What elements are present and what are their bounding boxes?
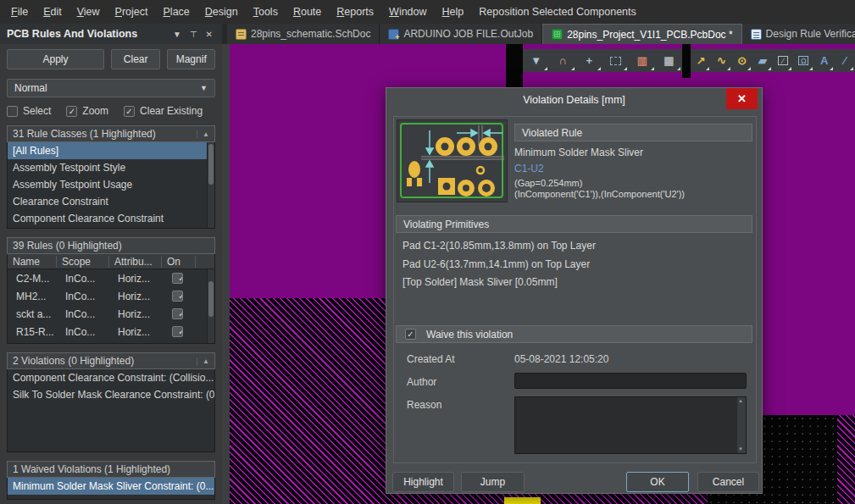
violation-item[interactable]: Silk To Solder Mask Clearance Constraint… bbox=[8, 386, 214, 403]
board-cutout-region-2[interactable] bbox=[682, 44, 691, 78]
menu-tools[interactable]: Tools bbox=[246, 0, 286, 24]
checkbox-select[interactable]: Select bbox=[7, 105, 51, 117]
selection-rect-icon[interactable] bbox=[602, 49, 629, 72]
menu-view[interactable]: View bbox=[69, 0, 108, 24]
reason-scrollbar[interactable]: ▲ ▼ bbox=[737, 397, 746, 453]
menu-place[interactable]: Place bbox=[156, 0, 197, 24]
jump-button[interactable]: Jump bbox=[461, 472, 525, 492]
board-stackup-icon[interactable]: ▥ bbox=[629, 49, 655, 72]
active-bar-group-2: ↗∿⊙▰∕ΩA∕ bbox=[691, 49, 855, 72]
cancel-button[interactable]: Cancel bbox=[697, 472, 759, 492]
highlight-button[interactable]: Highlight bbox=[392, 472, 454, 492]
table-row-sckt-a[interactable]: sckt a...InCo...Horiz... bbox=[8, 305, 214, 323]
panel-close-icon[interactable]: ✕ bbox=[202, 30, 217, 39]
footprint-icon[interactable]: Ω bbox=[793, 49, 813, 72]
rule-classes-scrollbar[interactable] bbox=[207, 142, 214, 228]
violation-item[interactable]: Component Clearance Constraint: (Collisi… bbox=[8, 369, 214, 386]
checkbox-clear-existing[interactable]: Clear Existing bbox=[124, 105, 203, 117]
magnify-button[interactable]: Magnif bbox=[167, 49, 215, 69]
filter-icon[interactable]: ▼ bbox=[523, 49, 549, 72]
interactive-routing-icon[interactable]: ↗ bbox=[691, 49, 711, 72]
waived-violation-item[interactable]: Minimum Solder Mask Sliver Constraint: (… bbox=[8, 478, 214, 495]
slice-icon[interactable]: ∕ bbox=[773, 49, 793, 72]
clear-button[interactable]: Clear bbox=[111, 49, 160, 69]
slice-icon-glyph: ∕ bbox=[778, 56, 788, 65]
table-row-mh2[interactable]: MH2...InCo...Horiz... bbox=[8, 287, 214, 305]
tab-28pins-project-v1i1-pcb-pcbdoc[interactable]: 28pins_Project_V1I1_PCB.PcbDoc * bbox=[542, 24, 741, 44]
column-on[interactable]: On bbox=[162, 256, 196, 268]
panel-dropdown-icon[interactable]: ▼ bbox=[169, 30, 186, 39]
tab-28pins-schematic-schdoc[interactable]: 28pins_schematic.SchDoc bbox=[227, 24, 380, 44]
menu-reports[interactable]: Reports bbox=[329, 0, 381, 24]
author-field[interactable] bbox=[514, 373, 747, 389]
tab-label: Design Rule Verification Report bbox=[766, 28, 855, 40]
rule-on-checkbox[interactable] bbox=[172, 308, 183, 319]
top-overlay-track[interactable] bbox=[504, 497, 541, 504]
rules-column-headers[interactable]: Name Scope Attribu... On bbox=[7, 254, 215, 269]
reason-field[interactable] bbox=[515, 397, 738, 453]
tab-arduino-job-file-outjob[interactable]: ARDUINO JOB FILE.OutJob bbox=[380, 24, 542, 44]
apply-button[interactable]: Apply bbox=[7, 49, 104, 69]
column-name[interactable]: Name bbox=[8, 256, 57, 268]
board-cutout-region[interactable] bbox=[506, 44, 523, 93]
checkbox-zoom[interactable]: Zoom bbox=[66, 105, 108, 117]
menu-help[interactable]: Help bbox=[435, 0, 472, 24]
menu-file[interactable]: File bbox=[3, 0, 36, 24]
panel-pin-icon[interactable]: ⊤ bbox=[186, 30, 202, 39]
rule-class-item-component-clearance-constraint[interactable]: Component Clearance Constraint bbox=[8, 210, 214, 227]
menu-project[interactable]: Project bbox=[108, 0, 156, 24]
tab-row: PCB Rules And Violations ▼ ⊤ ✕ 28pins_sc… bbox=[0, 24, 855, 44]
rule-classes-header[interactable]: 31 Rule Classes (1 Highlighted) ▲ bbox=[7, 125, 215, 142]
text-string-icon[interactable]: A bbox=[814, 49, 835, 72]
waived-violations-header[interactable]: 1 Waived Violations (1 Highlighted) bbox=[7, 461, 215, 478]
via-icon[interactable]: ⊙ bbox=[732, 49, 752, 72]
differential-pair-icon[interactable]: ∿ bbox=[711, 49, 731, 72]
rule-class-item-all-rules[interactable]: [All Rules] bbox=[8, 142, 214, 159]
violating-primitive-0[interactable]: Pad C1-2(10.85mm,13.8mm) on Top Layer bbox=[403, 240, 596, 252]
rules-header[interactable]: 39 Rules (0 Highlighted) bbox=[7, 237, 215, 254]
polygon-pour-hatched-right[interactable] bbox=[837, 415, 855, 504]
rule-scope-link[interactable]: C1-U2 bbox=[514, 163, 544, 174]
menu-window[interactable]: Window bbox=[381, 0, 434, 24]
column-attributes[interactable]: Attribu... bbox=[109, 256, 162, 268]
rule-class-item-clearance-constraint[interactable]: Clearance Constraint bbox=[8, 193, 214, 210]
pcb-rules-panel: Apply Clear Magnif Normal ▼ SelectZoomCl… bbox=[0, 44, 222, 504]
rule-on-checkbox[interactable] bbox=[172, 291, 183, 302]
clear-existing-checkbox[interactable] bbox=[124, 106, 135, 117]
zoom-checkbox[interactable] bbox=[66, 106, 77, 117]
scroll-down-icon[interactable]: ▼ bbox=[737, 446, 744, 453]
polygon-pour-icon[interactable]: ▰ bbox=[752, 49, 773, 72]
violations-header-label: 2 Violations (0 Highlighted) bbox=[13, 355, 134, 367]
cell-scope: InCo... bbox=[57, 273, 109, 285]
rules-scrollbar[interactable] bbox=[207, 269, 214, 343]
dialog-titlebar[interactable]: Violation Details [mm] ✕ bbox=[386, 88, 762, 111]
table-row-r15-r[interactable]: R15-R...InCo...Horiz... bbox=[8, 323, 214, 341]
crosshair-icon[interactable]: + bbox=[576, 49, 602, 72]
select-checkbox[interactable] bbox=[7, 106, 18, 117]
rule-class-item-assembly-testpoint-style[interactable]: Assembly Testpoint Style bbox=[8, 159, 214, 176]
menu-design[interactable]: Design bbox=[197, 0, 246, 24]
line-icon[interactable]: ∕ bbox=[835, 49, 855, 72]
panel-splitter[interactable] bbox=[222, 44, 230, 504]
close-icon[interactable]: ✕ bbox=[726, 88, 758, 109]
table-row-c2-m[interactable]: C2-M...InCo...Horiz... bbox=[8, 269, 214, 287]
violating-primitive-2[interactable]: [Top Solder] Mask Sliver [0.05mm] bbox=[403, 276, 558, 288]
magnet-icon[interactable]: ∩ bbox=[549, 49, 575, 72]
waive-checkbox[interactable] bbox=[405, 329, 416, 340]
column-scope[interactable]: Scope bbox=[57, 256, 109, 268]
collapse-arrow-icon: ▲ bbox=[197, 357, 209, 365]
scroll-up-icon[interactable]: ▲ bbox=[737, 397, 744, 405]
violations-header[interactable]: 2 Violations (0 Highlighted) ▲ bbox=[7, 352, 215, 369]
tab-design-rule-verification-report[interactable]: Design Rule Verification Report bbox=[742, 24, 855, 44]
display-mode-dropdown[interactable]: Normal ▼ bbox=[7, 79, 215, 97]
ok-button[interactable]: OK bbox=[626, 472, 689, 492]
violating-primitive-1[interactable]: Pad U2-6(13.7mm,14.1mm) on Top Layer bbox=[403, 258, 590, 270]
dialog-title: Violation Details [mm] bbox=[386, 94, 762, 106]
menu-route[interactable]: Route bbox=[286, 0, 329, 24]
rule-on-checkbox[interactable] bbox=[172, 326, 183, 337]
rule-on-checkbox[interactable] bbox=[172, 273, 183, 284]
menu-edit[interactable]: Edit bbox=[36, 0, 69, 24]
rule-class-item-assembly-testpoint-usage[interactable]: Assembly Testpoint Usage bbox=[8, 176, 214, 193]
component-icon[interactable]: ▦ bbox=[656, 49, 682, 72]
tab-label: 28pins_Project_V1I1_PCB.PcbDoc * bbox=[567, 29, 732, 41]
